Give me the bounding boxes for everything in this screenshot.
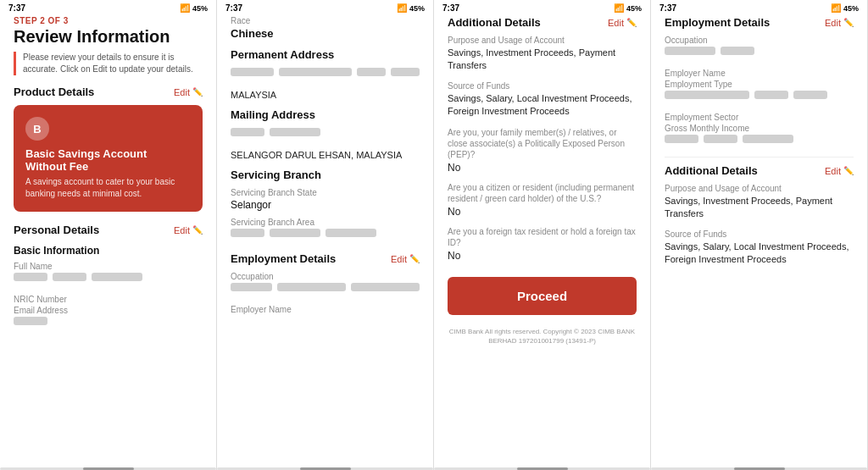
occupation-label: Occupation <box>231 272 420 281</box>
et2 <box>754 91 788 99</box>
permanent-address-title: Permanent Address <box>231 48 420 61</box>
perm-addr-ph <box>231 68 420 83</box>
personal-edit-btn[interactable]: Edit ✏️ <box>174 225 203 235</box>
additional-section-header: Additional Details Edit ✏️ <box>448 16 637 29</box>
signal-icon-3: 📶 <box>614 3 624 13</box>
status-icons-2: 📶 45% <box>397 3 425 13</box>
emp-edit-btn[interactable]: Edit ✏️ <box>391 254 420 264</box>
battery-4: 45% <box>843 4 859 13</box>
email-placeholder <box>14 317 203 332</box>
branch-state-value: Selangor <box>231 199 420 211</box>
step-label: STEP 2 OF 3 <box>14 16 203 25</box>
status-bar-1: 7:37 📶 45% <box>0 0 216 16</box>
time-2: 7:37 <box>225 3 242 13</box>
pph3 <box>357 68 386 76</box>
pep-answer: No <box>448 162 637 174</box>
source-value: Savings, Salary, Local Investment Procee… <box>448 92 637 119</box>
emp-details-edit-label: Edit <box>825 18 841 28</box>
review-notice: Please review your details to ensure it … <box>14 52 203 75</box>
gi2 <box>704 135 737 143</box>
email-label: Email Address <box>14 306 203 315</box>
mailing-address-value: SELANGOR DARUL EHSAN, MALAYSIA <box>231 150 420 160</box>
p4-additional-edit-label: Edit <box>825 166 841 176</box>
pep-question: Are you, your family member(s) / relativ… <box>448 127 637 160</box>
additional-section-title: Additional Details <box>448 16 541 29</box>
bph3 <box>326 229 376 237</box>
personal-section-header: Personal Details Edit ✏️ <box>14 224 203 236</box>
edit-label: Edit <box>174 87 190 97</box>
battery-1: 45% <box>192 4 208 13</box>
panel-3: 7:37 📶 45% Additional Details Edit ✏️ Pu… <box>434 0 651 470</box>
us-resident-answer: No <box>448 206 637 218</box>
time-4: 7:37 <box>659 3 676 13</box>
personal-edit-label: Edit <box>174 225 190 235</box>
mail-addr-ph <box>231 128 420 143</box>
product-card: B Basic Savings Account Without Fee A sa… <box>14 105 203 212</box>
fullname-placeholder <box>14 273 203 288</box>
oph1 <box>231 283 272 291</box>
gross-income-label: Gross Monthly Income <box>665 124 854 133</box>
status-bar-2: 7:37 📶 45% <box>217 0 433 16</box>
p4-occupation-label: Occupation <box>665 36 854 45</box>
panel-4: 7:37 📶 45% Employment Details Edit ✏️ Oc… <box>651 0 868 470</box>
race-value: Chinese <box>231 27 420 40</box>
purpose-label: Purpose and Usage of Account <box>448 36 637 45</box>
gi1 <box>665 135 698 143</box>
pph1 <box>231 68 274 76</box>
p4-additional-edit-icon: ✏️ <box>843 166 854 175</box>
ph3 <box>92 273 142 281</box>
p4-additional-edit-btn[interactable]: Edit ✏️ <box>825 166 854 176</box>
p4ph2 <box>721 47 754 55</box>
emp-edit-icon: ✏️ <box>409 254 420 263</box>
mph1 <box>231 128 264 136</box>
emp-details-edit-icon: ✏️ <box>843 18 854 27</box>
signal-icon: 📶 <box>180 3 190 13</box>
emp-section-title: Employment Details <box>231 252 336 265</box>
battery-3: 45% <box>626 4 642 13</box>
page-title: Review Information <box>14 27 203 47</box>
pph2 <box>279 68 351 76</box>
product-section-title: Product Details <box>14 86 94 98</box>
additional-edit-label: Edit <box>608 18 624 28</box>
oph2 <box>277 283 346 291</box>
additional-edit-btn[interactable]: Edit ✏️ <box>608 18 637 28</box>
p4-employer-label: Employer Name <box>665 69 854 78</box>
fullname-label: Full Name <box>14 262 203 271</box>
emp-sector-label: Employment Sector <box>665 113 854 122</box>
mph2 <box>270 128 320 136</box>
emp-details-title: Employment Details <box>665 16 770 29</box>
p4-additional-title: Additional Details <box>665 164 758 177</box>
us-resident-question: Are you a citizen or resident (including… <box>448 182 637 204</box>
emp-type-ph <box>665 91 854 106</box>
signal-icon-2: 📶 <box>397 3 407 13</box>
et3 <box>793 91 827 99</box>
emp-details-edit-btn[interactable]: Edit ✏️ <box>825 18 854 28</box>
occupation-ph <box>231 283 420 298</box>
p4-additional-header: Additional Details Edit ✏️ <box>665 164 854 177</box>
bph2 <box>270 229 320 237</box>
product-edit-btn[interactable]: Edit ✏️ <box>174 87 203 97</box>
proceed-button[interactable]: Proceed <box>448 277 637 315</box>
emp-details-header: Employment Details Edit ✏️ <box>665 16 854 29</box>
p4-source-value: Savings, Salary, Local Investment Procee… <box>665 241 854 267</box>
panel-2: 7:37 📶 45% Race Chinese Permanent Addres… <box>217 0 434 470</box>
status-bar-3: 7:37 📶 45% <box>434 0 650 16</box>
branch-area-label: Servicing Branch Area <box>231 218 420 227</box>
mailing-address-title: Mailing Address <box>231 108 420 121</box>
status-icons-3: 📶 45% <box>614 3 642 13</box>
oph3 <box>351 283 420 291</box>
source-label: Source of Funds <box>448 81 637 91</box>
emp-section-header: Employment Details Edit ✏️ <box>231 252 420 265</box>
signal-icon-4: 📶 <box>831 3 841 13</box>
section-divider <box>665 157 854 158</box>
product-name: Basic Savings Account Without Fee <box>25 147 191 173</box>
servicing-branch-title: Servicing Branch <box>231 169 420 181</box>
product-desc: A savings account to cater to your basic… <box>25 176 191 200</box>
panel-1: 7:37 📶 45% STEP 2 OF 3 Review Informatio… <box>0 0 217 470</box>
employer-label: Employer Name <box>231 305 420 314</box>
ph1 <box>14 273 47 281</box>
bph1 <box>231 229 264 237</box>
et1 <box>665 91 749 99</box>
time-1: 7:37 <box>8 3 25 13</box>
nric-label: NRIC Number <box>14 295 203 304</box>
